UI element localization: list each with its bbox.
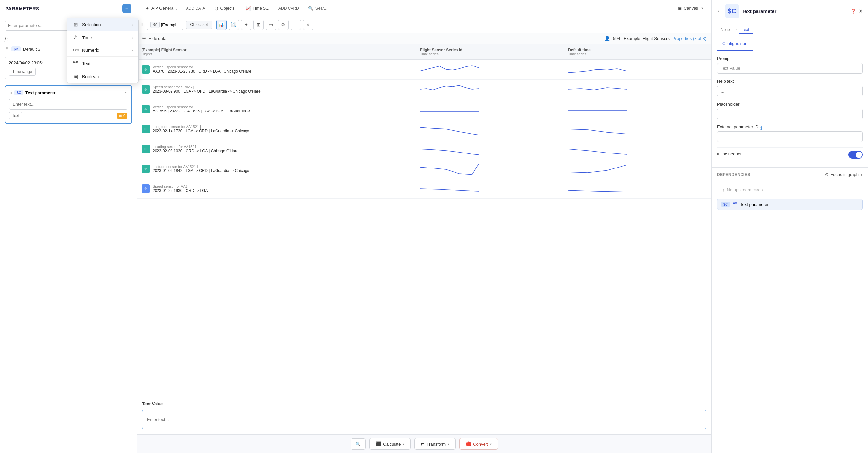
right-panel-title-area: Text parameter bbox=[742, 8, 848, 14]
sparkline-3 bbox=[420, 123, 559, 136]
nav-timeseries-label: Time S... bbox=[253, 6, 270, 11]
toolbar-settings-btn[interactable]: ⚙ bbox=[278, 20, 288, 30]
properties-link[interactable]: Properties (8 of 8) bbox=[672, 36, 706, 41]
sidebar-header: PARAMETERS + bbox=[0, 0, 136, 17]
calculate-label: Calculate bbox=[383, 442, 401, 447]
external-param-input[interactable] bbox=[717, 131, 863, 142]
close-panel-button[interactable]: ✕ bbox=[859, 8, 863, 14]
hide-data-label: Hide data bbox=[148, 36, 166, 41]
dependencies-header: DEPENDENCIES ⊙ Focus in graph ▾ bbox=[717, 172, 863, 177]
upstream-empty-state: ↑ No upstream cards bbox=[722, 184, 858, 196]
convert-button[interactable]: 🔴 Convert ▾ bbox=[459, 438, 498, 450]
cell-sensor-5: ✈ Latitude sensor for AA1521 | 2023-01-0… bbox=[137, 159, 415, 179]
time-range-button[interactable]: Time range bbox=[9, 68, 35, 75]
toolbar-window-btn[interactable]: ▭ bbox=[266, 20, 276, 30]
upstream-empty-label: No upstream cards bbox=[727, 187, 763, 192]
toolbar-close-btn[interactable]: ✕ bbox=[303, 20, 313, 30]
focus-in-graph-button[interactable]: ⊙ Focus in graph ▾ bbox=[825, 172, 863, 177]
right-panel-title: Text parameter bbox=[742, 8, 848, 14]
nav-aip-item[interactable]: ✦ AIP Genera... bbox=[141, 3, 182, 14]
table-row[interactable]: ✈ Heading sensor for AA1521 | 2023-02-08… bbox=[137, 139, 712, 159]
external-param-info-icon[interactable]: ℹ bbox=[761, 126, 762, 131]
object-set-button[interactable]: Object set bbox=[186, 21, 212, 29]
breadcrumb-text[interactable]: Text bbox=[739, 26, 752, 34]
text-param-card-title: Text parameter bbox=[25, 90, 121, 95]
nav-objects-label: Objects bbox=[220, 6, 235, 11]
calculate-dropdown-icon: ▾ bbox=[403, 442, 404, 446]
breadcrumb-none[interactable]: None bbox=[717, 26, 734, 34]
table-row[interactable]: ✈ Speed sensor for SR025 | 2023-08-09 90… bbox=[137, 79, 712, 99]
sensor-name-4: 2023-02-08 1030 | ORD -> LGA | Chicago O… bbox=[153, 149, 239, 153]
toolbar-chart-btn[interactable]: 📊 bbox=[216, 20, 227, 30]
search-toolbar-button[interactable]: 🔍 bbox=[350, 438, 366, 450]
canvas-icon: ▣ bbox=[678, 6, 682, 11]
sparkline-default-5 bbox=[568, 162, 707, 175]
nav-add-card-item[interactable]: ADD CARD bbox=[275, 4, 302, 13]
external-param-label: External parameter ID bbox=[717, 125, 758, 129]
cell-series-0 bbox=[415, 60, 563, 79]
table-row[interactable]: ✈ Speed sensor for AA1... 2023-01-25 193… bbox=[137, 179, 712, 199]
table-row[interactable]: ✈ Latitude sensor for AA1521 | 2023-01-0… bbox=[137, 159, 712, 179]
help-text-row: Help text bbox=[717, 79, 863, 96]
help-icon[interactable]: ❓ bbox=[851, 9, 856, 14]
inline-header-toggle[interactable] bbox=[848, 151, 863, 159]
param-c-symbol: $C bbox=[728, 7, 736, 15]
record-icon: 👤 bbox=[604, 35, 611, 41]
object-selector[interactable]: $A [Exampl... bbox=[147, 20, 183, 30]
hide-data-button[interactable]: 👁 Hide data bbox=[142, 36, 166, 41]
toolbar-more-btn[interactable]: ··· bbox=[290, 20, 301, 30]
table-row[interactable]: ✈ Vertical_speed sensor for... AA370 | 2… bbox=[137, 60, 712, 79]
dropdown-item-selection[interactable]: ⊞ Selection › bbox=[67, 18, 138, 31]
table-row[interactable]: ✈ Longitude sensor for AA1521 | 2023-02-… bbox=[137, 119, 712, 139]
bottom-value-area: Text Value bbox=[137, 396, 712, 434]
drag-handle-c[interactable]: ⠿ bbox=[9, 90, 12, 95]
config-tab-configuration[interactable]: Configuration bbox=[717, 37, 752, 51]
cell-sensor-4: ✈ Heading sensor for AA1521 | 2023-02-08… bbox=[137, 139, 415, 159]
toggle-thumb bbox=[856, 152, 862, 158]
nav-search-item[interactable]: 🔍 Sear... bbox=[304, 4, 332, 13]
cell-sensor-2: ✈ Vertical_speed sensor for... AA1596 | … bbox=[137, 99, 415, 119]
back-button[interactable]: ← bbox=[717, 8, 722, 14]
expand-icon[interactable]: ▾ bbox=[861, 172, 863, 177]
sparkline-2 bbox=[420, 103, 559, 116]
nav-canvas-item[interactable]: ▣ Canvas ▾ bbox=[673, 4, 708, 13]
row-icon-1: ✈ bbox=[142, 85, 150, 94]
placeholder-input[interactable] bbox=[717, 108, 863, 119]
nav-aip-label: AIP Genera... bbox=[151, 6, 177, 11]
sensor-name-5: 2023-01-09 1842 | LGA -> ORD | LaGuardia… bbox=[153, 168, 249, 173]
focus-label: Focus in graph bbox=[831, 172, 859, 177]
toolbar-plus-btn[interactable]: ✦ bbox=[241, 20, 251, 30]
search-icon: 🔍 bbox=[308, 6, 313, 11]
text-param-menu-button[interactable]: ··· bbox=[123, 90, 127, 96]
dropdown-item-time[interactable]: ⏱ Time › bbox=[67, 31, 138, 44]
table-row[interactable]: ✈ Vertical_speed sensor for... AA1596 | … bbox=[137, 99, 712, 119]
add-parameter-button[interactable]: + bbox=[122, 4, 131, 13]
toolbar-grid-btn[interactable]: ⊞ bbox=[253, 20, 264, 30]
help-text-input[interactable] bbox=[717, 86, 863, 96]
nav-objects-item[interactable]: ⬡ Objects bbox=[210, 3, 239, 14]
external-param-label-row: External parameter ID ℹ bbox=[717, 125, 863, 131]
dropdown-item-numeric[interactable]: 123 Numeric › bbox=[67, 44, 138, 56]
toolbar-line-btn[interactable]: 📉 bbox=[228, 20, 239, 30]
calculate-button[interactable]: ⬛ Calculate ▾ bbox=[369, 438, 410, 450]
dependency-card[interactable]: $C ❝❞ Text parameter bbox=[717, 199, 863, 210]
time-arrow-icon: › bbox=[131, 35, 133, 40]
text-value-input[interactable] bbox=[142, 410, 706, 429]
transform-button[interactable]: ⇄ Transform ▾ bbox=[414, 438, 456, 450]
nav-add-data-item[interactable]: ADD DATA bbox=[183, 4, 209, 13]
drag-handle-toolbar[interactable]: ⠿ bbox=[141, 23, 144, 27]
focus-icon: ⊙ bbox=[825, 172, 829, 177]
prompt-input[interactable] bbox=[717, 63, 863, 74]
drag-handle-b[interactable]: ⠿ bbox=[5, 46, 9, 52]
nav-add-card-label: ADD CARD bbox=[278, 6, 299, 11]
dropdown-item-boolean[interactable]: ▣ Boolean bbox=[67, 70, 138, 83]
cell-default-0 bbox=[563, 60, 712, 79]
cell-default-6 bbox=[563, 179, 712, 199]
cell-default-5 bbox=[563, 159, 712, 179]
text-param-input[interactable] bbox=[9, 99, 127, 109]
objects-icon: ⬡ bbox=[214, 6, 218, 11]
text-param-card: ⠿ $C Text parameter ··· Text ⊞ 0 bbox=[5, 85, 132, 124]
nav-timeseries-item[interactable]: 📈 Time S... bbox=[241, 3, 274, 14]
convert-dropdown-icon: ▾ bbox=[490, 442, 492, 446]
dropdown-item-text[interactable]: ❝❞ Text bbox=[67, 57, 138, 70]
